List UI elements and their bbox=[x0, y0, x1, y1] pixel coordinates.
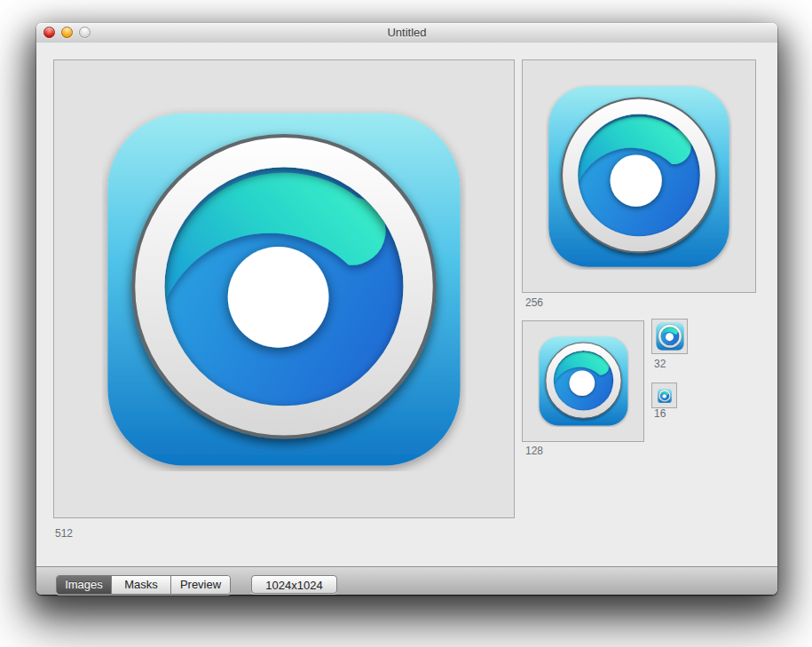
app-icon-128 bbox=[538, 335, 629, 427]
size-1024-button[interactable]: 1024x1024 bbox=[251, 575, 337, 594]
size-label-512: 512 bbox=[55, 527, 73, 540]
content-area: 512 256 128 32 bbox=[36, 43, 777, 566]
app-icon-32 bbox=[656, 322, 684, 351]
app-icon-256 bbox=[546, 83, 732, 270]
tab-masks[interactable]: Masks bbox=[112, 576, 171, 594]
preview-slot-16[interactable] bbox=[651, 383, 677, 408]
tab-preview[interactable]: Preview bbox=[171, 576, 230, 594]
window-title: Untitled bbox=[36, 23, 777, 43]
app-icon-16 bbox=[658, 389, 672, 403]
view-mode-segmented-control: Images Masks Preview bbox=[56, 575, 231, 595]
preview-slot-256[interactable] bbox=[522, 59, 756, 293]
tab-images[interactable]: Images bbox=[57, 576, 112, 594]
bottom-toolbar: Images Masks Preview 1024x1024 bbox=[36, 566, 777, 595]
app-window: Untitled 512 256 128 bbox=[36, 23, 777, 595]
size-label-16: 16 bbox=[654, 407, 666, 420]
app-icon-512 bbox=[102, 107, 466, 471]
titlebar[interactable]: Untitled bbox=[36, 23, 777, 43]
preview-slot-32[interactable] bbox=[651, 319, 688, 354]
desktop: Untitled 512 256 128 bbox=[0, 0, 812, 647]
size-label-256: 256 bbox=[525, 296, 543, 309]
size-label-32: 32 bbox=[654, 358, 666, 370]
preview-slot-128[interactable] bbox=[522, 320, 644, 442]
preview-slot-512[interactable] bbox=[53, 59, 515, 518]
size-label-128: 128 bbox=[525, 445, 543, 457]
